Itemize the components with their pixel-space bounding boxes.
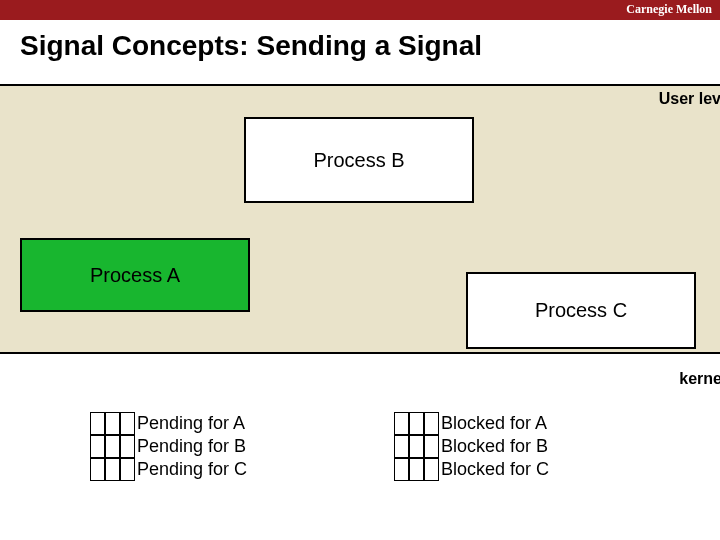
bit-cell [120,435,135,458]
bit-cell [394,435,409,458]
user-level-label: User lev [659,90,720,108]
bit-cell [90,458,105,481]
slide-title: Signal Concepts: Sending a Signal [20,30,482,62]
kernel-label: kerne [679,370,720,388]
pending-group: Pending for A Pending for B Pending for … [90,412,247,481]
bit-cell [105,458,120,481]
pending-bit-grid [90,412,135,481]
process-c-box: Process C [466,272,696,349]
process-a-box: Process A [20,238,250,312]
bit-cell [90,412,105,435]
slide: Carnegie Mellon Signal Concepts: Sending… [0,0,720,540]
bit-cell [90,435,105,458]
process-b-box: Process B [244,117,474,203]
bit-cell [105,412,120,435]
bit-cell [394,412,409,435]
blocked-group: Blocked for A Blocked for B Blocked for … [394,412,549,481]
blocked-row-label: Blocked for C [439,458,549,481]
bit-cell [424,412,439,435]
bit-cell [424,458,439,481]
pending-row-label: Pending for B [135,435,247,458]
bit-cell [394,458,409,481]
header-bar: Carnegie Mellon [0,0,720,20]
bit-cell [409,412,424,435]
blocked-row-label: Blocked for B [439,435,549,458]
blocked-bit-grid [394,412,439,481]
process-a-label: Process A [90,264,180,287]
bit-cell [409,458,424,481]
bit-cell [424,435,439,458]
institution-label: Carnegie Mellon [626,2,712,17]
pending-row-label: Pending for C [135,458,247,481]
blocked-labels: Blocked for A Blocked for B Blocked for … [439,412,549,481]
blocked-row-label: Blocked for A [439,412,549,435]
bit-cell [409,435,424,458]
bit-cell [105,435,120,458]
pending-labels: Pending for A Pending for B Pending for … [135,412,247,481]
process-c-label: Process C [535,299,627,322]
bit-cell [120,458,135,481]
pending-row-label: Pending for A [135,412,247,435]
bit-cell [120,412,135,435]
process-b-label: Process B [313,149,404,172]
